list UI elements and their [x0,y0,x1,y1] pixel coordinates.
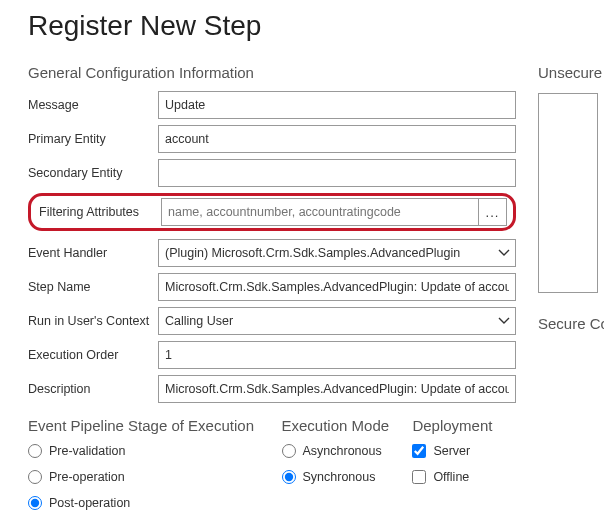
filtering-attributes-label: Filtering Attributes [33,205,161,219]
secondary-entity-label: Secondary Entity [28,166,158,180]
synchronous-label: Synchronous [303,470,376,484]
pre-operation-label: Pre-operation [49,470,125,484]
server-checkbox[interactable] [412,444,426,458]
message-input[interactable] [158,91,516,119]
event-handler-label: Event Handler [28,246,158,260]
pre-validation-radio[interactable] [28,444,42,458]
filtering-attributes-input[interactable] [162,199,478,225]
server-label: Server [433,444,470,458]
general-section-title: General Configuration Information [28,64,516,81]
event-handler-select[interactable] [158,239,516,267]
unsecure-section-title: Unsecure C [538,64,598,81]
description-input[interactable] [158,375,516,403]
filtering-attributes-row: Filtering Attributes ... [28,193,516,231]
message-label: Message [28,98,158,112]
offline-checkbox[interactable] [412,470,426,484]
filtering-attributes-browse-button[interactable]: ... [478,199,506,225]
post-operation-radio[interactable] [28,496,42,510]
execution-order-label: Execution Order [28,348,158,362]
pre-operation-radio[interactable] [28,470,42,484]
user-context-select[interactable] [158,307,516,335]
execution-order-input[interactable] [158,341,516,369]
deployment-title: Deployment [412,417,516,434]
synchronous-radio[interactable] [282,470,296,484]
secondary-entity-input[interactable] [158,159,516,187]
unsecure-config-textarea[interactable] [538,93,598,293]
step-name-input[interactable] [158,273,516,301]
primary-entity-input[interactable] [158,125,516,153]
secure-section-title: Secure Co [538,315,598,332]
execution-mode-title: Execution Mode [282,417,403,434]
post-operation-label: Post-operation [49,496,130,510]
page-title: Register New Step [28,10,604,42]
pipeline-stage-title: Event Pipeline Stage of Execution [28,417,272,434]
asynchronous-label: Asynchronous [303,444,382,458]
pre-validation-label: Pre-validation [49,444,125,458]
step-name-label: Step Name [28,280,158,294]
primary-entity-label: Primary Entity [28,132,158,146]
user-context-label: Run in User's Context [28,314,158,328]
description-label: Description [28,382,158,396]
asynchronous-radio[interactable] [282,444,296,458]
offline-label: Offline [433,470,469,484]
